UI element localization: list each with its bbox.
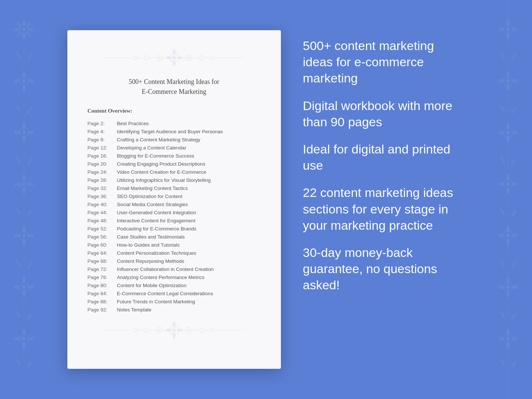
svg-point-99 <box>510 209 517 218</box>
svg-point-4 <box>22 33 26 39</box>
svg-point-9 <box>15 31 23 38</box>
floral-decoration-right <box>484 0 532 399</box>
toc-page: Page 48: <box>88 218 117 223</box>
svg-point-13 <box>22 71 26 78</box>
svg-point-40 <box>27 234 34 237</box>
svg-point-18 <box>26 53 33 62</box>
toc-title: Future Trends in Content Marketing <box>117 299 195 304</box>
svg-point-112 <box>498 337 505 340</box>
table-row: Page 28:Utilizing Infographics for Visua… <box>88 176 261 184</box>
svg-point-87 <box>506 187 510 194</box>
svg-point-56 <box>27 337 34 340</box>
toc-title: Best Practices <box>117 121 149 126</box>
svg-point-117 <box>510 360 517 369</box>
svg-point-74 <box>499 51 506 60</box>
floral-decoration-left <box>0 0 48 399</box>
svg-point-129 <box>200 56 204 60</box>
toc-title: Content Repurposing Methods <box>117 258 184 264</box>
svg-point-121 <box>173 60 176 66</box>
table-row: Page 88:Future Trends in Content Marketi… <box>88 297 261 306</box>
toc-title: Content for Mobile Optimization <box>117 283 187 288</box>
svg-point-119 <box>172 56 176 60</box>
table-row: Page 12:Developing a Content Calendar <box>88 144 261 152</box>
svg-point-114 <box>499 310 506 319</box>
toc-page: Page 56: <box>88 234 117 240</box>
table-row: Page 92:Notes Template <box>88 306 261 314</box>
table-row: Page 84:E-Commerce Content Legal Conside… <box>88 289 261 297</box>
svg-point-97 <box>511 234 518 237</box>
svg-point-150 <box>144 328 149 332</box>
svg-point-14 <box>22 84 26 91</box>
svg-point-152 <box>134 328 137 332</box>
svg-point-104 <box>498 285 505 289</box>
svg-point-31 <box>14 182 21 186</box>
svg-point-147 <box>158 329 161 331</box>
toc-title: Developing a Content Calendar <box>117 145 186 151</box>
toc-title: Interactive Content for Engagement <box>117 218 195 223</box>
table-row: Page 32:Email Marketing Content Tactics <box>88 184 261 192</box>
toc-title: Content Personalization Techniques <box>117 250 196 256</box>
toc-page: Page 24: <box>88 169 117 175</box>
table-row: Page 36:SEO Optimization for Content <box>88 192 261 200</box>
svg-point-5 <box>14 28 21 31</box>
svg-point-6 <box>27 28 34 31</box>
svg-point-48 <box>27 285 34 289</box>
svg-point-8 <box>25 21 32 28</box>
svg-point-26 <box>26 106 33 115</box>
table-row: Page 20:Creating Engaging Product Descri… <box>88 160 261 168</box>
svg-point-116 <box>499 358 506 367</box>
svg-point-70 <box>506 71 510 78</box>
toc-page: Page 8: <box>88 137 117 142</box>
svg-point-20 <box>22 131 26 134</box>
svg-point-111 <box>506 342 510 349</box>
svg-point-120 <box>173 49 176 55</box>
svg-point-102 <box>506 277 510 284</box>
svg-point-52 <box>22 337 26 340</box>
svg-point-63 <box>506 28 510 31</box>
svg-point-55 <box>14 337 21 340</box>
svg-point-15 <box>14 79 21 83</box>
toc-page: Page 2: <box>88 121 117 126</box>
svg-point-36 <box>22 234 26 237</box>
svg-point-101 <box>506 285 510 289</box>
svg-point-107 <box>510 261 517 270</box>
overview-label: Content Overview: <box>88 108 261 114</box>
toc-page: Page 72: <box>88 266 117 272</box>
svg-point-130 <box>134 56 137 60</box>
toc-title: Influencer Collaboration in Content Crea… <box>117 266 214 272</box>
svg-point-82 <box>499 104 506 113</box>
svg-point-45 <box>22 277 26 284</box>
svg-point-39 <box>14 234 21 237</box>
svg-point-78 <box>506 123 510 129</box>
toc-title: Creating Engaging Product Descriptions <box>117 161 205 167</box>
svg-point-3 <box>22 20 26 26</box>
table-row: Page 8:Crafting a Content Marketing Stra… <box>88 135 261 144</box>
svg-point-16 <box>27 79 34 83</box>
svg-point-28 <box>22 182 26 186</box>
svg-point-41 <box>15 207 22 216</box>
svg-point-151 <box>200 328 204 332</box>
svg-point-53 <box>22 329 26 335</box>
svg-point-115 <box>510 312 517 321</box>
svg-point-34 <box>26 158 33 167</box>
svg-point-21 <box>22 123 26 129</box>
svg-point-32 <box>27 182 34 186</box>
toc-page: Page 20: <box>88 161 117 167</box>
toc-title: Identifying Target Audience and Buyer Pe… <box>117 129 223 134</box>
svg-point-46 <box>22 290 26 297</box>
toc-page: Page 68: <box>88 258 117 264</box>
svg-point-58 <box>26 312 33 321</box>
svg-point-98 <box>499 207 506 216</box>
svg-point-17 <box>15 51 22 60</box>
svg-point-54 <box>22 342 26 349</box>
info-item-1: 500+ content marketing ideas for e-comme… <box>303 38 465 86</box>
svg-point-59 <box>15 358 22 367</box>
svg-point-109 <box>506 337 510 340</box>
table-of-contents: Page 2:Best PracticesPage 4:Identifying … <box>88 119 261 314</box>
svg-point-142 <box>173 322 176 328</box>
table-row: Page 68:Content Repurposing Methods <box>88 257 261 265</box>
svg-point-93 <box>506 234 510 237</box>
toc-page: Page 16: <box>88 153 117 159</box>
svg-point-65 <box>506 33 510 39</box>
toc-title: How-to Guides and Tutorials <box>117 242 180 248</box>
